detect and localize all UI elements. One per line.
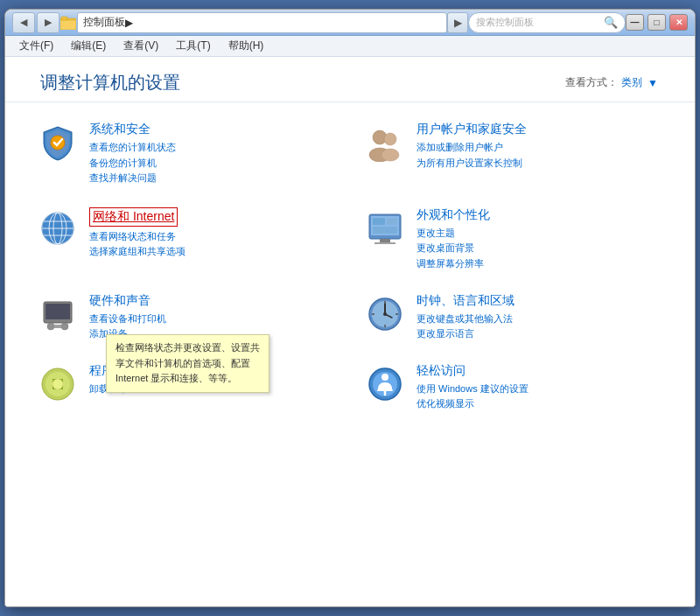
minimize-button[interactable]: — xyxy=(626,14,644,31)
address-field[interactable]: 控制面板 ▶ xyxy=(77,12,447,33)
title-bar: ◀ ▶ 控制面板 ▶ ▶ 搜索控制面板 🔍 — □ ✕ xyxy=(5,10,695,36)
appearance-sub-2[interactable]: 调整屏幕分辨率 xyxy=(416,256,663,272)
window-controls: — □ ✕ xyxy=(626,14,688,31)
network-tooltip: 检查网络状态并更改设置、设置共 享文件和计算机的首选项、配置 Internet … xyxy=(106,334,270,393)
content-header: 调整计算机的设置 查看方式： 类别 ▼ xyxy=(5,57,695,102)
svg-point-26 xyxy=(61,323,68,330)
security-sub-1[interactable]: 备份您的计算机 xyxy=(89,156,336,172)
menu-tools[interactable]: 工具(T) xyxy=(169,37,217,55)
category-users[interactable]: 用户帐户和家庭安全 添加或删除用户帐户 为所有用户设置家长控制 xyxy=(350,111,677,197)
network-sub-0[interactable]: 查看网络状态和任务 xyxy=(89,229,336,245)
svg-rect-27 xyxy=(54,325,61,328)
network-subs: 查看网络状态和任务 选择家庭组和共享选项 xyxy=(89,229,336,260)
clock-text: 时钟、语言和区域 更改键盘或其他输入法 更改显示语言 xyxy=(416,293,663,342)
category-clock[interactable]: 时钟、语言和区域 更改键盘或其他输入法 更改显示语言 xyxy=(350,283,677,353)
category-appearance[interactable]: 外观和个性化 更改主题 更改桌面背景 调整屏幕分辨率 xyxy=(350,197,677,283)
menu-bar: 文件(F) 编辑(E) 查看(V) 工具(T) 帮助(H) xyxy=(5,36,695,57)
appearance-title[interactable]: 外观和个性化 xyxy=(416,207,663,223)
security-sub-2[interactable]: 查找并解决问题 xyxy=(89,171,336,186)
users-sub-0[interactable]: 添加或删除用户帐户 xyxy=(416,140,663,156)
svg-rect-20 xyxy=(380,239,390,242)
search-field[interactable]: 搜索控制面板 🔍 xyxy=(468,12,626,33)
network-sub-1[interactable]: 选择家庭组和共享选项 xyxy=(89,244,336,260)
menu-file[interactable]: 文件(F) xyxy=(12,37,60,55)
clock-sub-0[interactable]: 更改键盘或其他输入法 xyxy=(416,312,663,327)
security-text: 系统和安全 查看您的计算机状态 备份您的计算机 查找并解决问题 xyxy=(89,122,336,186)
security-icon xyxy=(37,122,79,164)
view-label: 查看方式： xyxy=(565,75,618,90)
security-subs: 查看您的计算机状态 备份您的计算机 查找并解决问题 xyxy=(89,140,336,186)
hardware-sub-0[interactable]: 查看设备和打印机 xyxy=(89,312,336,327)
content-inner: 系统和安全 查看您的计算机状态 备份您的计算机 查找并解决问题 xyxy=(5,102,695,606)
users-subs: 添加或删除用户帐户 为所有用户设置家长控制 xyxy=(416,140,663,171)
main-window: ◀ ▶ 控制面板 ▶ ▶ 搜索控制面板 🔍 — □ ✕ 文件(F) xyxy=(4,9,696,607)
tooltip-line-0: 检查网络状态并更改设置、设置共 xyxy=(116,340,260,356)
category-security[interactable]: 系统和安全 查看您的计算机状态 备份您的计算机 查找并解决问题 xyxy=(23,111,350,197)
ease-subs: 使用 Windows 建议的设置 优化视频显示 xyxy=(416,382,663,412)
watermark: 系统之家 xyxy=(640,584,682,598)
ease-sub-0[interactable]: 使用 Windows 建议的设置 xyxy=(416,382,663,397)
svg-point-25 xyxy=(47,323,54,330)
menu-view[interactable]: 查看(V) xyxy=(116,37,165,55)
hardware-title[interactable]: 硬件和声音 xyxy=(89,293,336,309)
hardware-icon xyxy=(37,293,79,335)
forward-button[interactable]: ▶ xyxy=(37,12,60,33)
appearance-sub-0[interactable]: 更改主题 xyxy=(416,226,663,242)
svg-rect-18 xyxy=(387,218,397,225)
menu-edit[interactable]: 编辑(E) xyxy=(64,37,113,55)
security-title[interactable]: 系统和安全 xyxy=(89,122,336,137)
users-text: 用户帐户和家庭安全 添加或删除用户帐户 为所有用户设置家长控制 xyxy=(416,122,663,171)
network-icon xyxy=(37,207,79,249)
appearance-text: 外观和个性化 更改主题 更改桌面背景 调整屏幕分辨率 xyxy=(416,207,663,272)
category-ease[interactable]: 轻松访问 使用 Windows 建议的设置 优化视频显示 xyxy=(350,353,677,423)
security-sub-0[interactable]: 查看您的计算机状态 xyxy=(89,140,336,156)
svg-rect-19 xyxy=(373,227,397,234)
ease-sub-1[interactable]: 优化视频显示 xyxy=(416,396,663,412)
svg-point-6 xyxy=(384,133,396,145)
svg-rect-21 xyxy=(374,242,396,244)
menu-help[interactable]: 帮助(H) xyxy=(221,37,271,55)
appearance-sub-1[interactable]: 更改桌面背景 xyxy=(416,241,663,256)
close-button[interactable]: ✕ xyxy=(669,14,688,31)
svg-rect-1 xyxy=(60,20,76,30)
network-title[interactable]: 网络和 Internet xyxy=(89,207,178,227)
svg-rect-24 xyxy=(46,304,70,319)
view-mode-button[interactable]: 类别 xyxy=(621,75,642,90)
svg-point-39 xyxy=(52,379,63,389)
view-options: 查看方式： 类别 ▼ xyxy=(565,75,660,90)
users-icon xyxy=(364,122,406,164)
appearance-subs: 更改主题 更改桌面背景 调整屏幕分辨率 xyxy=(416,226,663,272)
search-icon[interactable]: 🔍 xyxy=(604,16,618,29)
category-network[interactable]: 网络和 Internet 查看网络状态和任务 选择家庭组和共享选项 xyxy=(23,197,350,283)
svg-rect-17 xyxy=(373,218,385,225)
clock-subs: 更改键盘或其他输入法 更改显示语言 xyxy=(416,312,663,342)
tooltip-line-1: 享文件和计算机的首选项、配置 xyxy=(116,356,260,372)
address-arrow-button[interactable]: ▶ xyxy=(447,12,468,33)
address-separator: ▶ xyxy=(125,17,133,29)
ease-icon xyxy=(364,363,406,405)
nav-buttons: ◀ ▶ xyxy=(12,12,60,33)
watermark-text: 系统之家 xyxy=(640,584,682,597)
clock-sub-1[interactable]: 更改显示语言 xyxy=(416,326,663,342)
view-dropdown-icon[interactable]: ▼ xyxy=(646,76,660,90)
svg-point-42 xyxy=(382,374,388,381)
programs-icon xyxy=(37,363,79,405)
clock-title[interactable]: 时钟、语言和区域 xyxy=(416,293,663,309)
appearance-icon xyxy=(364,207,406,249)
arrow-icon: ▶ xyxy=(454,17,462,29)
svg-rect-2 xyxy=(61,17,67,20)
ease-text: 轻松访问 使用 Windows 建议的设置 优化视频显示 xyxy=(416,363,663,412)
users-title[interactable]: 用户帐户和家庭安全 xyxy=(416,122,663,137)
ease-title[interactable]: 轻松访问 xyxy=(416,363,663,379)
clock-icon xyxy=(364,293,406,335)
folder-icon xyxy=(60,14,77,32)
maximize-button[interactable]: □ xyxy=(648,14,666,31)
network-text: 网络和 Internet 查看网络状态和任务 选择家庭组和共享选项 xyxy=(89,207,336,260)
address-text: 控制面板 xyxy=(83,15,125,30)
users-sub-1[interactable]: 为所有用户设置家长控制 xyxy=(416,156,663,172)
tooltip-line-2: Internet 显示和连接、等等。 xyxy=(116,371,260,387)
page-title: 调整计算机的设置 xyxy=(40,71,180,94)
main-content: 调整计算机的设置 查看方式： 类别 ▼ xyxy=(5,57,695,606)
back-button[interactable]: ◀ xyxy=(12,12,35,33)
search-placeholder: 搜索控制面板 xyxy=(476,16,534,29)
